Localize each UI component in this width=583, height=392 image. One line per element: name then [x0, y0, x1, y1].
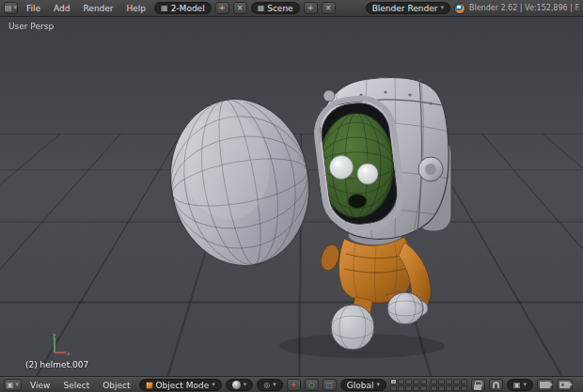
layer-cell[interactable]	[461, 385, 467, 391]
snap-toggle-button[interactable]	[489, 379, 503, 391]
layer-cell[interactable]	[453, 379, 460, 384]
lock-to-scene-button[interactable]	[471, 379, 485, 391]
render-engine-selector[interactable]: Blender Render ▾	[366, 2, 450, 14]
right-boot[interactable]	[387, 292, 423, 324]
character-model[interactable]	[158, 76, 451, 358]
render-animation-icon	[559, 382, 570, 388]
layer-cell[interactable]	[461, 379, 467, 384]
menu-help[interactable]: Help	[122, 4, 151, 13]
mode-selector[interactable]: Object Mode ▾	[139, 379, 222, 391]
menu-render[interactable]: Render	[79, 4, 118, 13]
add-scene-button[interactable]: +	[304, 2, 318, 14]
menu-file[interactable]: File	[22, 4, 45, 13]
viewport-header: ▣ ▾ View Select Object Object Mode ▾ ▾ ◎…	[0, 377, 583, 392]
menu-select[interactable]: Select	[58, 381, 94, 390]
lock-icon	[474, 384, 481, 390]
active-object-label: (2) helmet.007	[25, 360, 88, 369]
menu-view[interactable]: View	[25, 381, 55, 390]
manipulator-translate-button[interactable]: +	[287, 379, 301, 391]
pivot-icon: ◎	[263, 382, 270, 389]
left-eye-highlight	[335, 161, 340, 166]
helmet-ear-port-inner	[425, 164, 436, 175]
right-eye	[357, 164, 378, 184]
view-name-label: User Persp	[8, 22, 54, 31]
chevron-down-icon: ▾	[212, 382, 215, 388]
layer-cell[interactable]	[431, 385, 437, 391]
left-eye	[330, 156, 354, 180]
mini-axis-gizmo: y x	[41, 332, 70, 360]
3d-view-editor-icon: ▣	[7, 382, 14, 389]
viewport-3d[interactable]: User Persp y x (2) helmet.007	[0, 17, 583, 377]
layer-cell[interactable]	[453, 385, 460, 391]
layer-cell[interactable]	[431, 379, 437, 384]
screen-layout-value: 2-Model	[171, 4, 205, 13]
layer-cell[interactable]	[446, 385, 452, 391]
editor-type-button-3dview[interactable]: ▣ ▾	[4, 379, 22, 391]
mouth	[348, 195, 367, 209]
scene-value: Scene	[267, 4, 292, 13]
left-boot[interactable]	[331, 305, 374, 350]
shading-sphere-icon	[232, 381, 241, 389]
orientation-value: Global	[347, 381, 374, 390]
chevron-down-icon: ▾	[244, 382, 247, 388]
chevron-down-icon: ▾	[14, 5, 18, 11]
scale-icon: □	[325, 381, 333, 389]
render-camera-icon	[540, 382, 550, 388]
pivot-point-selector[interactable]: ◎ ▾	[257, 379, 283, 391]
screen-layout-selector[interactable]: ▦ 2-Model	[154, 2, 212, 14]
chevron-down-icon: ▾	[16, 382, 20, 388]
editor-type-button-info[interactable]: ▤ ▾	[4, 2, 18, 14]
browse-scenes-icon: ▦	[258, 5, 265, 12]
info-editor-icon: ▤	[5, 5, 12, 12]
manipulator-rotate-button[interactable]: ○	[305, 379, 319, 391]
layer-cell[interactable]	[446, 379, 452, 384]
layer-cell[interactable]	[438, 385, 445, 391]
close-scene-button[interactable]: ×	[322, 2, 336, 14]
scene-stats-text: Blender 2.62 | Ve:152,896 | Fa:152,028 |…	[469, 4, 579, 12]
menu-object[interactable]: Object	[98, 381, 134, 390]
layer-cell[interactable]	[390, 385, 397, 391]
layer-cell[interactable]	[398, 385, 404, 391]
render-still-button[interactable]	[537, 379, 553, 391]
layer-cell[interactable]	[438, 379, 445, 384]
axis-y-label: y	[53, 332, 56, 338]
chevron-down-icon: ▾	[273, 382, 276, 388]
mode-value: Object Mode	[156, 381, 210, 390]
add-layout-button[interactable]: +	[215, 2, 229, 14]
layer-cell[interactable]	[420, 379, 427, 384]
layer-cell[interactable]	[405, 379, 412, 384]
layer-cell[interactable]	[420, 385, 427, 391]
layer-cell[interactable]	[405, 385, 412, 391]
layer-cell[interactable]	[398, 379, 404, 384]
browse-layouts-icon: ▦	[161, 5, 168, 12]
layer-cell[interactable]	[413, 385, 419, 391]
render-animation-button[interactable]	[557, 379, 573, 391]
manipulator-scale-button[interactable]: □	[323, 379, 337, 391]
layers-widget	[390, 379, 467, 391]
helmet-hinge	[323, 90, 335, 102]
chevron-down-icon: ▾	[376, 382, 380, 388]
scene-selector[interactable]: ▦ Scene	[251, 2, 300, 14]
blender-logo-icon	[454, 3, 465, 14]
magnet-icon	[493, 382, 499, 388]
snap-element-selector[interactable]: ▣ ▾	[507, 379, 533, 391]
menu-add[interactable]: Add	[49, 4, 74, 13]
axis-x-label: x	[67, 350, 70, 356]
info-header: ▤ ▾ File Add Render Help ▦ 2-Model + × ▦…	[0, 0, 583, 17]
blender-window: ▤ ▾ File Add Render Help ▦ 2-Model + × ▦…	[0, 0, 583, 392]
scene-canvas[interactable]	[0, 17, 583, 377]
layer-group-1	[390, 379, 427, 391]
snap-element-icon: ▣	[513, 382, 521, 389]
translate-icon: +	[291, 381, 297, 389]
rotate-icon: ○	[308, 381, 315, 389]
viewport-shading-selector[interactable]: ▾	[226, 379, 254, 391]
transform-orientation-selector[interactable]: Global ▾	[340, 379, 386, 391]
right-eye-highlight	[363, 168, 368, 173]
close-layout-button[interactable]: ×	[233, 2, 247, 14]
layer-cell[interactable]	[413, 379, 419, 384]
layer-group-2	[431, 379, 467, 391]
layer-cell[interactable]	[390, 379, 397, 384]
object-mode-icon	[146, 382, 153, 389]
chevron-down-icon: ▾	[524, 382, 528, 388]
render-engine-value: Blender Render	[372, 4, 438, 13]
